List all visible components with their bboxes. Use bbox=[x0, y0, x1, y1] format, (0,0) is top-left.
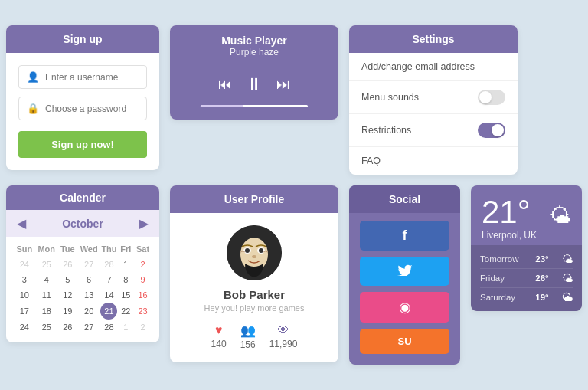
calendar-day[interactable]: 1 bbox=[117, 320, 134, 335]
forward-button[interactable]: ⏭ bbox=[276, 77, 290, 93]
next-month-button[interactable]: ▶ bbox=[139, 216, 149, 231]
signup-button[interactable]: Sign up now! bbox=[18, 131, 147, 158]
calendar-grid: Sun Mon Tue Wed Thu Fri Sat 242526272812… bbox=[14, 241, 152, 335]
stat-followers: 👥 156 bbox=[240, 323, 256, 350]
music-card: Music Player Purple haze ⏮ ⏸ ⏭ bbox=[170, 25, 338, 120]
calendar-day[interactable]: 4 bbox=[35, 272, 58, 287]
forecast-day-3: Saturday bbox=[480, 293, 522, 302]
settings-list: Add/change email address Menu sounds Res… bbox=[349, 53, 518, 175]
settings-label-restrictions: Restrictions bbox=[361, 125, 411, 136]
calendar-day[interactable]: 27 bbox=[77, 320, 101, 335]
music-progress-fill bbox=[201, 105, 243, 107]
calendar-day[interactable]: 28 bbox=[100, 257, 117, 272]
calendar-month: October bbox=[62, 218, 103, 230]
calendar-day[interactable]: 20 bbox=[77, 303, 101, 320]
calendar-day[interactable]: 15 bbox=[117, 287, 134, 303]
username-input-group[interactable]: 👤 bbox=[18, 65, 147, 89]
calendar-day[interactable]: 12 bbox=[58, 287, 77, 303]
stat-followers-count: 156 bbox=[240, 339, 256, 350]
restrictions-toggle[interactable] bbox=[478, 123, 505, 138]
rewind-button[interactable]: ⏮ bbox=[218, 77, 232, 93]
profile-header: User Profile bbox=[170, 185, 338, 213]
facebook-button[interactable]: f bbox=[360, 221, 449, 251]
stumbleupon-button[interactable]: SU bbox=[360, 329, 449, 354]
calendar-nav: ◀ October ▶ bbox=[6, 210, 159, 237]
username-input[interactable] bbox=[45, 72, 139, 83]
weather-forecast: Tomorrow 23° 🌤 Friday 26° 🌤 Saturday 19°… bbox=[471, 245, 582, 311]
stumbleupon-icon: SU bbox=[397, 336, 411, 347]
dribbble-button[interactable]: ◉ bbox=[360, 292, 449, 323]
stat-likes-count: 140 bbox=[211, 339, 227, 349]
profile-name: Bob Parker bbox=[224, 288, 285, 301]
calendar-day[interactable]: 11 bbox=[35, 287, 58, 303]
day-thu: Thu bbox=[100, 241, 117, 257]
profile-avatar bbox=[227, 225, 282, 280]
calendar-day[interactable]: 6 bbox=[77, 272, 101, 287]
weather-card: 21° 🌤 Liverpool, UK Tomorrow 23° 🌤 Frida… bbox=[471, 185, 582, 311]
calendar-day[interactable]: 24 bbox=[14, 257, 35, 272]
forecast-tomorrow: Tomorrow 23° 🌤 bbox=[480, 250, 573, 269]
calendar-day[interactable]: 25 bbox=[35, 257, 58, 272]
heart-icon: ♥ bbox=[211, 323, 227, 337]
calendar-day[interactable]: 2 bbox=[134, 320, 152, 335]
calendar-day[interactable]: 26 bbox=[58, 257, 77, 272]
signup-header: Sign up bbox=[6, 25, 159, 53]
forecast-temp-3: 19° bbox=[535, 293, 548, 302]
calendar-day[interactable]: 8 bbox=[117, 272, 134, 287]
calendar-day[interactable]: 27 bbox=[77, 257, 101, 272]
calendar-day[interactable]: 17 bbox=[14, 303, 35, 320]
day-mon: Mon bbox=[35, 241, 58, 257]
forecast-friday: Friday 26° 🌤 bbox=[480, 269, 573, 288]
settings-item-email[interactable]: Add/change email address bbox=[349, 53, 518, 81]
calendar-day[interactable]: 9 bbox=[134, 272, 152, 287]
calendar-day[interactable]: 18 bbox=[35, 303, 58, 320]
calendar-day[interactable]: 24 bbox=[14, 320, 35, 335]
music-player-body: ⏮ ⏸ ⏭ bbox=[170, 67, 338, 120]
password-input[interactable] bbox=[45, 103, 139, 114]
svg-point-1 bbox=[240, 238, 268, 271]
settings-item-restrictions[interactable]: Restrictions bbox=[349, 114, 518, 147]
day-fri: Fri bbox=[117, 241, 134, 257]
sounds-toggle[interactable] bbox=[478, 90, 505, 105]
calendar-day[interactable]: 19 bbox=[58, 303, 77, 320]
settings-item-faq[interactable]: FAQ bbox=[349, 147, 518, 175]
calendar-day[interactable]: 10 bbox=[14, 287, 35, 303]
calendar-day[interactable]: 23 bbox=[134, 303, 152, 320]
calendar-day[interactable]: 7 bbox=[100, 272, 117, 287]
lock-icon: 🔒 bbox=[27, 103, 39, 114]
forecast-temp-1: 23° bbox=[535, 254, 548, 264]
password-input-group[interactable]: 🔒 bbox=[18, 97, 147, 120]
settings-label-email: Add/change email address bbox=[361, 61, 475, 72]
profile-stats: ♥ 140 👥 156 👁 11,990 bbox=[211, 323, 298, 350]
restrictions-toggle-knob bbox=[492, 124, 504, 136]
calendar-day[interactable]: 1 bbox=[117, 257, 134, 272]
twitter-icon bbox=[397, 264, 413, 279]
music-progress-bar[interactable] bbox=[201, 105, 308, 107]
calendar-day[interactable]: 21 bbox=[100, 303, 117, 320]
calendar-day[interactable]: 3 bbox=[14, 272, 35, 287]
calendar-day[interactable]: 14 bbox=[100, 287, 117, 303]
calendar-day[interactable]: 2 bbox=[134, 257, 152, 272]
calendar-day[interactable]: 5 bbox=[58, 272, 77, 287]
twitter-button[interactable] bbox=[360, 257, 449, 286]
day-sat: Sat bbox=[134, 241, 152, 257]
calendar-day[interactable]: 28 bbox=[100, 320, 117, 335]
profile-body: Bob Parker Hey you! play more games ♥ 14… bbox=[170, 213, 338, 362]
calendar-day[interactable]: 25 bbox=[35, 320, 58, 335]
social-card: Social f ◉ SU bbox=[349, 185, 460, 365]
day-tue: Tue bbox=[58, 241, 77, 257]
forecast-saturday: Saturday 19° 🌥 bbox=[480, 288, 573, 306]
settings-item-sounds[interactable]: Menu sounds bbox=[349, 81, 518, 114]
svg-point-6 bbox=[252, 255, 256, 258]
forecast-day-2: Friday bbox=[480, 274, 522, 283]
calendar-day[interactable]: 16 bbox=[134, 287, 152, 303]
music-header: Music Player Purple haze bbox=[170, 25, 338, 67]
forecast-temp-2: 26° bbox=[535, 274, 548, 283]
calendar-day[interactable]: 22 bbox=[117, 303, 134, 320]
forecast-icon-1: 🌤 bbox=[562, 253, 573, 265]
pause-button[interactable]: ⏸ bbox=[246, 74, 263, 94]
forecast-icon-3: 🌥 bbox=[562, 291, 573, 303]
prev-month-button[interactable]: ◀ bbox=[17, 216, 26, 231]
calendar-day[interactable]: 13 bbox=[77, 287, 101, 303]
calendar-day[interactable]: 26 bbox=[58, 320, 77, 335]
